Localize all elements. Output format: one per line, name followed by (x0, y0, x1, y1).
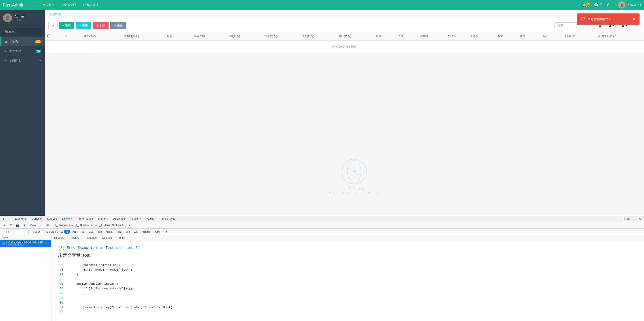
filter-img[interactable]: Img (96, 230, 104, 234)
nav-dashboard[interactable]: 🖥 控制台 (39, 2, 58, 8)
offline-input[interactable] (99, 224, 102, 227)
preserve-log-checkbox[interactable]: Preserve log (56, 224, 74, 227)
trash-icon[interactable]: 🗑 (607, 3, 610, 7)
hide-data-checkbox[interactable]: Hide data URLs (41, 230, 64, 233)
sidebar-item-dashboard[interactable]: 🖥 控制台 hot (0, 37, 45, 46)
edit-icon: ✏ (4, 59, 7, 62)
filter-dropdown[interactable]: ▼ (164, 230, 170, 234)
request-item-icon (2, 242, 5, 245)
edit-button[interactable]: ✏ 编辑 (76, 22, 91, 29)
filter-other[interactable]: Other (154, 230, 163, 234)
settings-icon[interactable]: ⚙ (638, 3, 641, 7)
data-table-container: ID 分类ID(单选) 分类ID(多选) 会员ID 多会员ID 星期(单选) 标… (45, 32, 644, 55)
filter-font[interactable]: Font (115, 230, 123, 234)
tab-sources[interactable]: Sources (44, 216, 60, 222)
tab-adblock[interactable]: Adblock Plus (157, 216, 178, 222)
filter-ws[interactable]: WS (132, 230, 140, 234)
tab-elements[interactable]: Elements (12, 216, 29, 222)
refresh-button[interactable]: ↺ (48, 22, 58, 29)
filter-manifest[interactable]: Manifest (140, 230, 153, 234)
line-number: 32. (58, 310, 65, 314)
devtools-close-button[interactable]: ✕ (637, 217, 642, 222)
devtools-controls: ● ⊘ 📷 ▼ View: ≡ ⊞ Preserve log Disable c… (0, 222, 644, 229)
home-icon[interactable]: ⌂ (578, 3, 580, 7)
tab-response[interactable]: Response (82, 235, 99, 241)
record-button[interactable]: ● (2, 223, 7, 228)
request-item[interactable]: index?sort=weigh&order=desc&filter... /p… (0, 240, 51, 247)
sidebar-item-example[interactable]: ✏ 示例管理 ◀ (0, 56, 45, 65)
filter-all[interactable]: All (64, 230, 70, 234)
add-button[interactable]: + 添加 (59, 22, 74, 29)
sidebar-item-label: 示例管理 (9, 59, 20, 63)
regex-input[interactable] (29, 230, 32, 233)
select-all-checkbox[interactable] (48, 35, 50, 38)
nav-page[interactable]: 🏷 单页管理 (80, 2, 102, 8)
filter-input[interactable] (2, 230, 29, 234)
nav-menu-toggle[interactable]: ☰ (29, 2, 38, 8)
tab-cookies[interactable]: Cookies (99, 235, 114, 241)
devtools-more-button[interactable]: ⋮ (631, 217, 636, 222)
shortcut-select[interactable]: Shortcut (2, 29, 42, 35)
sidebar-badge-hot: hot (35, 40, 41, 43)
tab-memory[interactable]: Memory (96, 216, 110, 222)
nav-test[interactable]: ○ 测试管理 (58, 2, 79, 8)
col-image: 图片 (395, 32, 417, 41)
line-code: $this->model = model('Test'); (69, 268, 134, 271)
offline-checkbox[interactable]: Offline (99, 224, 110, 227)
group-view-button[interactable]: ⊞ (45, 223, 50, 228)
disable-cache-checkbox[interactable]: Disable cache (76, 224, 97, 227)
list-view-button[interactable]: ≡ (38, 223, 43, 228)
bell-wrapper: 🔔 8 (582, 3, 592, 7)
avatar: 👤 (3, 14, 12, 23)
filter-media[interactable]: Media (104, 230, 114, 234)
tab-security[interactable]: Security (129, 216, 144, 222)
throttle-label: No throttling (112, 224, 126, 227)
camera-button[interactable]: 📷 (15, 223, 20, 228)
checkbox-header[interactable] (45, 32, 62, 41)
tab-headers[interactable]: Headers (52, 235, 67, 241)
disable-cache-input[interactable] (76, 224, 79, 227)
col-gender: 性别(单选) (299, 32, 336, 41)
alert-close-button[interactable]: ✕ (632, 17, 636, 21)
filter-doc[interactable]: Doc (124, 230, 132, 234)
avatar[interactable]: 👤 (618, 1, 626, 9)
filter-js[interactable]: JS (80, 230, 86, 234)
filter-css[interactable]: CSS (87, 230, 96, 234)
sidebar-item-general[interactable]: ⚙ 常规管理 18 (0, 46, 45, 56)
col-cat-single: 分类ID(单选) (78, 32, 121, 41)
collapse-icon[interactable]: ◀ (39, 59, 41, 62)
tab-performance[interactable]: Performance (75, 216, 96, 222)
expand-icon[interactable]: ⛶ (612, 3, 616, 7)
devtools-split-icon[interactable]: ⊡ (8, 217, 12, 222)
top-nav-right: ⌂ 🔔 8 💬 10 🗑 ⛶ 👤 Admin ⚙ (578, 1, 641, 9)
tab-timing[interactable]: Timing (114, 235, 128, 241)
tab-console[interactable]: Console (29, 216, 44, 222)
scrollbar-thumb[interactable] (45, 55, 90, 55)
breadcrumb-icon: 🖥 (49, 13, 52, 16)
code-line-31: 31. $result = array("total" => $total, "… (58, 305, 637, 310)
error-count: ⚠ 15 (624, 217, 630, 221)
hide-data-input[interactable] (41, 230, 44, 233)
col-members: 多会员ID (192, 32, 225, 41)
regex-checkbox[interactable]: Regex (29, 230, 40, 233)
more-button[interactable]: ⚙ 更多 (110, 22, 126, 29)
panel-tabs: Headers Preview Response Cookies Timing (52, 235, 644, 241)
code-line-29: 29. (58, 296, 637, 300)
tab-audits[interactable]: Audits (144, 216, 157, 222)
tab-application[interactable]: Application (110, 216, 129, 222)
tab-preview[interactable]: Preview (67, 235, 82, 241)
horizontal-scrollbar[interactable] (45, 54, 644, 55)
throttle-dropdown[interactable]: ▼ (128, 224, 131, 227)
line-number: 23. (58, 268, 65, 271)
preserve-log-input[interactable] (56, 224, 58, 227)
filter-xhr[interactable]: XHR (71, 230, 80, 234)
line-number: 28. (58, 292, 65, 295)
clear-button[interactable]: ⊘ (8, 223, 14, 228)
filter-icon[interactable]: ▼ (22, 223, 27, 228)
tab-network[interactable]: Network (60, 216, 75, 222)
line-code: { (69, 292, 85, 295)
devtools-panel-icon[interactable]: ⊟ (2, 217, 7, 222)
delete-button[interactable]: 🗑 删除 (93, 22, 109, 29)
top-nav: FastAdmin ☰ 🖥 控制台 ○ 测试管理 🏷 单页管理 ⌂ 🔔 8 💬 … (0, 0, 644, 10)
col-hobby: 爱好(多选) (336, 32, 373, 41)
